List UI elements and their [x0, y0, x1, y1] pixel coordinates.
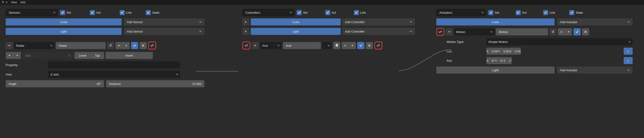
loc-y-val: 0.00 [504, 50, 510, 53]
actuator-object-cube[interactable]: Cube [436, 18, 554, 25]
rot-z[interactable]: Z1° [503, 57, 512, 64]
chevron-down-icon [199, 30, 202, 33]
sensors-state-check[interactable]: State [146, 10, 159, 15]
expand-toggle[interactable] [242, 28, 249, 35]
pulse-up[interactable] [6, 52, 13, 59]
controller-object-light[interactable]: Light [251, 28, 341, 35]
rot-local-toggle[interactable]: L [624, 57, 633, 64]
active-check[interactable] [131, 42, 138, 49]
sensor-settings-row: Skip 0 Level Tap Invert [6, 52, 204, 59]
rot-x-val: 0° [492, 59, 495, 63]
controllers-sel-check[interactable]: Sel [297, 10, 308, 15]
editor-switcher[interactable] [2, 0, 8, 4]
add-actuator-light[interactable]: Add Actuator [557, 67, 633, 73]
skip-label: Skip [25, 54, 31, 57]
loc-z-val: 0.00 [515, 50, 521, 53]
object-label: Light [60, 30, 67, 33]
sensor-name-field[interactable]: Radar [56, 42, 106, 49]
add-actuator-label: Add Actuator [560, 69, 577, 72]
loc-local-toggle[interactable]: L [624, 48, 633, 55]
level-button[interactable]: Level [74, 52, 90, 59]
axis-y: Y [495, 59, 497, 63]
move-down-button[interactable] [565, 28, 572, 35]
invert-label: Invert [126, 54, 133, 57]
loc-x[interactable]: X0.00 [486, 48, 498, 55]
sensors-title-dropdown[interactable]: Sensors [6, 9, 58, 16]
move-down-button[interactable] [349, 42, 356, 49]
rot-label: Rot: [447, 57, 484, 64]
invert-button[interactable]: Invert [106, 52, 153, 59]
add-sensor-light[interactable]: Add Sensor [124, 28, 204, 35]
add-controller-light[interactable]: Add Controller [342, 28, 415, 35]
axis-dropdown[interactable]: -Z axis [48, 71, 180, 78]
active-check[interactable] [357, 42, 364, 49]
actuators-sel-check[interactable]: Sel [488, 10, 499, 15]
add-controller-cube[interactable]: Add Controller [342, 18, 415, 25]
rot-y-val: 0° [500, 59, 503, 63]
collapse-toggle[interactable] [6, 42, 13, 49]
sensors-link-check[interactable]: Link [120, 10, 132, 15]
menu-add[interactable]: Add [20, 1, 25, 4]
controller-in-socket[interactable] [242, 42, 250, 50]
sensor-link-socket[interactable] [148, 42, 156, 50]
state-dropdown[interactable] [322, 42, 332, 49]
actuators-link-check[interactable]: Link [543, 10, 555, 15]
sensor-type-dropdown[interactable]: Radar [14, 42, 54, 49]
state-label: State [576, 11, 583, 14]
bookmark-button[interactable] [333, 42, 340, 49]
controller-object-cube[interactable]: Cube [251, 18, 341, 25]
actuator-in-socket[interactable] [436, 28, 444, 36]
actuator-type-dropdown[interactable]: Motion [454, 28, 494, 35]
controllers-title-dropdown[interactable]: Controllers [242, 9, 294, 16]
angle-field[interactable]: Angle 45° [6, 80, 104, 87]
sensor-object-light[interactable]: Light [6, 28, 122, 35]
actuators-title-dropdown[interactable]: Actuators [436, 9, 486, 16]
active-check[interactable] [574, 28, 580, 35]
actuator-name-field[interactable]: Motion [496, 28, 548, 35]
rot-x[interactable]: X0° [486, 57, 495, 64]
pin-button[interactable] [107, 42, 114, 49]
controller-out-socket[interactable] [374, 42, 382, 50]
motion-type-dropdown[interactable]: Simple Motion [486, 38, 633, 45]
loc-y[interactable]: Y0.00 [498, 48, 510, 55]
chevron-down-icon [410, 30, 412, 33]
skip-field[interactable]: Skip 0 [22, 52, 73, 59]
pulse-down[interactable] [13, 52, 21, 59]
skip-value: 0 [68, 54, 70, 57]
controller-type-label: And [262, 44, 268, 47]
move-down-button[interactable] [122, 42, 130, 49]
tap-button[interactable]: Tap [90, 52, 104, 59]
actuators-state-check[interactable]: State [569, 10, 583, 15]
property-field[interactable] [48, 61, 180, 69]
collapse-toggle[interactable] [446, 28, 453, 35]
loc-label: Loc: [447, 48, 484, 55]
sensor-object-cube[interactable]: Cube [6, 18, 122, 25]
pin-button[interactable] [549, 28, 556, 35]
actuators-act-check[interactable]: Act [516, 10, 527, 15]
delete-button[interactable] [140, 42, 147, 49]
move-up-button[interactable] [116, 42, 122, 49]
actuator-object-light[interactable]: Light [436, 67, 554, 73]
loc-z[interactable]: Z0.00 [510, 48, 521, 55]
controllers-link-check[interactable]: Link [354, 10, 366, 15]
add-sensor-cube[interactable]: Add Sensor [124, 18, 204, 25]
move-up-button[interactable] [558, 28, 565, 35]
sensors-act-check[interactable]: Act [90, 10, 101, 15]
distance-field[interactable]: Distance 10.000 [106, 80, 204, 87]
controller-type-dropdown[interactable]: And [260, 42, 282, 49]
l-label: L [627, 50, 629, 53]
chevron-down-icon [628, 69, 630, 71]
delete-button[interactable] [366, 42, 373, 49]
controller-name-field[interactable]: And [283, 42, 321, 49]
controllers-act-check[interactable]: Act [325, 10, 336, 15]
move-up-button[interactable] [342, 42, 349, 49]
object-label: Cube [292, 20, 299, 24]
collapse-toggle[interactable] [252, 42, 259, 49]
chevron-down-icon [482, 11, 484, 14]
expand-toggle[interactable] [242, 18, 249, 25]
sensors-sel-check[interactable]: Sel [60, 10, 71, 15]
menu-view[interactable]: View [11, 1, 17, 4]
rot-y[interactable]: Y0° [495, 57, 503, 64]
delete-button[interactable] [582, 28, 589, 35]
add-actuator-cube[interactable]: Add Actuator [557, 18, 633, 25]
